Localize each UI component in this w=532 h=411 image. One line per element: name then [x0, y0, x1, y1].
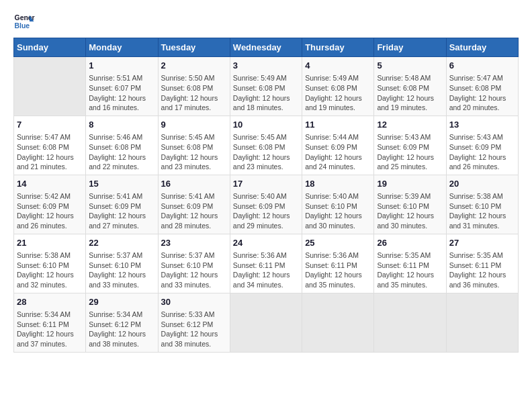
- day-cell: 24Sunrise: 5:36 AM Sunset: 6:11 PM Dayli…: [230, 234, 302, 293]
- day-info: Sunrise: 5:49 AM Sunset: 6:08 PM Dayligh…: [305, 73, 371, 113]
- day-cell: 19Sunrise: 5:39 AM Sunset: 6:10 PM Dayli…: [374, 175, 446, 234]
- day-cell: 14Sunrise: 5:42 AM Sunset: 6:09 PM Dayli…: [14, 175, 86, 234]
- day-info: Sunrise: 5:47 AM Sunset: 6:08 PM Dayligh…: [449, 73, 515, 113]
- day-cell: 1Sunrise: 5:51 AM Sunset: 6:07 PM Daylig…: [86, 57, 158, 116]
- calendar-table: SundayMondayTuesdayWednesdayThursdayFrid…: [13, 38, 519, 353]
- day-number: 12: [377, 119, 443, 131]
- day-cell: 28Sunrise: 5:34 AM Sunset: 6:11 PM Dayli…: [14, 293, 86, 352]
- day-info: Sunrise: 5:37 AM Sunset: 6:10 PM Dayligh…: [161, 250, 227, 290]
- day-cell: [230, 293, 302, 352]
- day-info: Sunrise: 5:44 AM Sunset: 6:09 PM Dayligh…: [305, 132, 371, 172]
- day-number: 11: [305, 119, 371, 131]
- day-info: Sunrise: 5:38 AM Sunset: 6:10 PM Dayligh…: [449, 191, 515, 231]
- day-info: Sunrise: 5:35 AM Sunset: 6:11 PM Dayligh…: [449, 250, 515, 290]
- day-info: Sunrise: 5:41 AM Sunset: 6:09 PM Dayligh…: [89, 191, 154, 231]
- day-info: Sunrise: 5:41 AM Sunset: 6:09 PM Dayligh…: [161, 191, 227, 231]
- day-info: Sunrise: 5:45 AM Sunset: 6:08 PM Dayligh…: [161, 132, 227, 172]
- day-info: Sunrise: 5:40 AM Sunset: 6:09 PM Dayligh…: [233, 191, 299, 231]
- logo: General Blue: [13, 11, 35, 32]
- day-number: 3: [233, 60, 299, 72]
- header-tuesday: Tuesday: [158, 38, 230, 57]
- day-number: 20: [449, 178, 515, 190]
- day-cell: 20Sunrise: 5:38 AM Sunset: 6:10 PM Dayli…: [446, 175, 518, 234]
- day-cell: [374, 293, 446, 352]
- day-cell: 17Sunrise: 5:40 AM Sunset: 6:09 PM Dayli…: [230, 175, 302, 234]
- day-cell: 21Sunrise: 5:38 AM Sunset: 6:10 PM Dayli…: [14, 234, 86, 293]
- day-number: 21: [17, 237, 83, 249]
- day-info: Sunrise: 5:46 AM Sunset: 6:08 PM Dayligh…: [89, 132, 154, 172]
- day-cell: 6Sunrise: 5:47 AM Sunset: 6:08 PM Daylig…: [446, 57, 518, 116]
- week-row-5: 28Sunrise: 5:34 AM Sunset: 6:11 PM Dayli…: [14, 293, 519, 352]
- day-info: Sunrise: 5:45 AM Sunset: 6:08 PM Dayligh…: [233, 132, 299, 172]
- day-info: Sunrise: 5:37 AM Sunset: 6:10 PM Dayligh…: [89, 250, 154, 290]
- day-info: Sunrise: 5:50 AM Sunset: 6:08 PM Dayligh…: [161, 73, 227, 113]
- week-row-2: 7Sunrise: 5:47 AM Sunset: 6:08 PM Daylig…: [14, 116, 519, 175]
- day-info: Sunrise: 5:39 AM Sunset: 6:10 PM Dayligh…: [377, 191, 443, 231]
- day-cell: 13Sunrise: 5:43 AM Sunset: 6:09 PM Dayli…: [446, 116, 518, 175]
- day-number: 6: [449, 60, 515, 72]
- day-number: 14: [17, 178, 83, 190]
- day-cell: 7Sunrise: 5:47 AM Sunset: 6:08 PM Daylig…: [14, 116, 86, 175]
- day-cell: 18Sunrise: 5:40 AM Sunset: 6:10 PM Dayli…: [302, 175, 374, 234]
- day-cell: 22Sunrise: 5:37 AM Sunset: 6:10 PM Dayli…: [86, 234, 158, 293]
- svg-text:Blue: Blue: [15, 22, 30, 30]
- day-cell: 4Sunrise: 5:49 AM Sunset: 6:08 PM Daylig…: [302, 57, 374, 116]
- week-row-4: 21Sunrise: 5:38 AM Sunset: 6:10 PM Dayli…: [14, 234, 519, 293]
- header-friday: Friday: [374, 38, 446, 57]
- day-cell: 16Sunrise: 5:41 AM Sunset: 6:09 PM Dayli…: [158, 175, 230, 234]
- day-number: 25: [305, 237, 371, 249]
- day-info: Sunrise: 5:40 AM Sunset: 6:10 PM Dayligh…: [305, 191, 371, 231]
- day-cell: 11Sunrise: 5:44 AM Sunset: 6:09 PM Dayli…: [302, 116, 374, 175]
- day-info: Sunrise: 5:34 AM Sunset: 6:11 PM Dayligh…: [17, 310, 83, 349]
- week-row-1: 1Sunrise: 5:51 AM Sunset: 6:07 PM Daylig…: [14, 57, 519, 116]
- day-info: Sunrise: 5:38 AM Sunset: 6:10 PM Dayligh…: [17, 250, 83, 290]
- day-number: 16: [161, 178, 227, 190]
- day-info: Sunrise: 5:42 AM Sunset: 6:09 PM Dayligh…: [17, 191, 83, 231]
- header-wednesday: Wednesday: [230, 38, 302, 57]
- day-number: 15: [89, 178, 154, 190]
- header-saturday: Saturday: [446, 38, 518, 57]
- day-cell: [302, 293, 374, 352]
- day-info: Sunrise: 5:51 AM Sunset: 6:07 PM Dayligh…: [89, 73, 154, 113]
- day-cell: 9Sunrise: 5:45 AM Sunset: 6:08 PM Daylig…: [158, 116, 230, 175]
- day-number: 27: [449, 237, 515, 249]
- day-number: 1: [89, 60, 154, 72]
- day-cell: 23Sunrise: 5:37 AM Sunset: 6:10 PM Dayli…: [158, 234, 230, 293]
- day-cell: 8Sunrise: 5:46 AM Sunset: 6:08 PM Daylig…: [86, 116, 158, 175]
- day-number: 29: [89, 296, 154, 308]
- day-info: Sunrise: 5:43 AM Sunset: 6:09 PM Dayligh…: [377, 132, 443, 172]
- header-thursday: Thursday: [302, 38, 374, 57]
- day-number: 30: [161, 296, 227, 308]
- day-cell: 12Sunrise: 5:43 AM Sunset: 6:09 PM Dayli…: [374, 116, 446, 175]
- header-sunday: Sunday: [14, 38, 86, 57]
- day-info: Sunrise: 5:47 AM Sunset: 6:08 PM Dayligh…: [17, 132, 83, 172]
- day-number: 24: [233, 237, 299, 249]
- day-cell: 10Sunrise: 5:45 AM Sunset: 6:08 PM Dayli…: [230, 116, 302, 175]
- day-cell: 29Sunrise: 5:34 AM Sunset: 6:12 PM Dayli…: [86, 293, 158, 352]
- day-number: 17: [233, 178, 299, 190]
- day-number: 2: [161, 60, 227, 72]
- day-info: Sunrise: 5:34 AM Sunset: 6:12 PM Dayligh…: [89, 310, 154, 349]
- day-info: Sunrise: 5:49 AM Sunset: 6:08 PM Dayligh…: [233, 73, 299, 113]
- day-cell: [446, 293, 518, 352]
- day-number: 22: [89, 237, 154, 249]
- day-number: 18: [305, 178, 371, 190]
- header-monday: Monday: [86, 38, 158, 57]
- week-row-3: 14Sunrise: 5:42 AM Sunset: 6:09 PM Dayli…: [14, 175, 519, 234]
- day-cell: 25Sunrise: 5:36 AM Sunset: 6:11 PM Dayli…: [302, 234, 374, 293]
- day-info: Sunrise: 5:36 AM Sunset: 6:11 PM Dayligh…: [233, 250, 299, 290]
- day-cell: 3Sunrise: 5:49 AM Sunset: 6:08 PM Daylig…: [230, 57, 302, 116]
- day-cell: 27Sunrise: 5:35 AM Sunset: 6:11 PM Dayli…: [446, 234, 518, 293]
- calendar-header-row: SundayMondayTuesdayWednesdayThursdayFrid…: [14, 38, 519, 57]
- day-info: Sunrise: 5:35 AM Sunset: 6:11 PM Dayligh…: [377, 250, 443, 290]
- day-cell: 26Sunrise: 5:35 AM Sunset: 6:11 PM Dayli…: [374, 234, 446, 293]
- day-cell: 30Sunrise: 5:33 AM Sunset: 6:12 PM Dayli…: [158, 293, 230, 352]
- day-number: 23: [161, 237, 227, 249]
- day-cell: 15Sunrise: 5:41 AM Sunset: 6:09 PM Dayli…: [86, 175, 158, 234]
- day-number: 28: [17, 296, 83, 308]
- day-number: 9: [161, 119, 227, 131]
- day-info: Sunrise: 5:43 AM Sunset: 6:09 PM Dayligh…: [449, 132, 515, 172]
- day-info: Sunrise: 5:33 AM Sunset: 6:12 PM Dayligh…: [161, 310, 227, 349]
- day-number: 10: [233, 119, 299, 131]
- day-info: Sunrise: 5:48 AM Sunset: 6:08 PM Dayligh…: [377, 73, 443, 113]
